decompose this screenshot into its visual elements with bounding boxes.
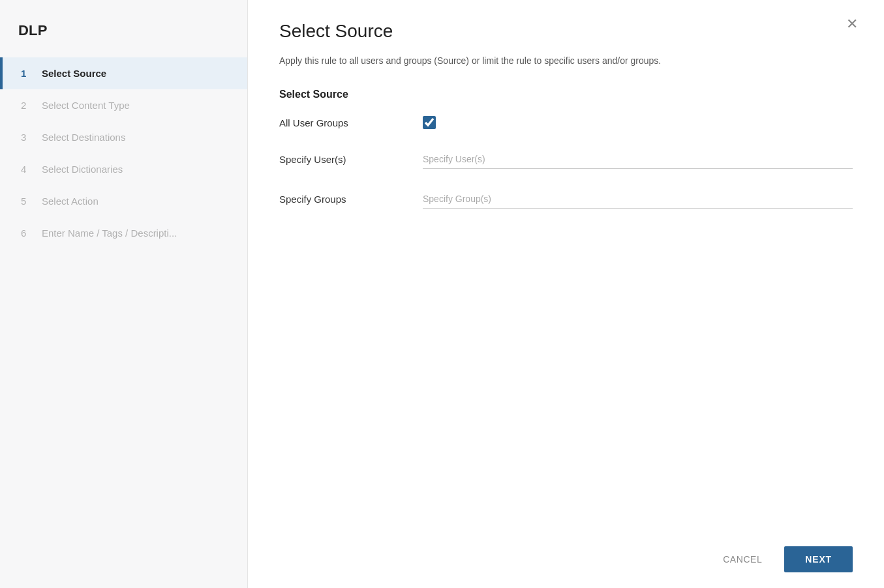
- sidebar-item-1[interactable]: 1 Select Source: [0, 57, 247, 89]
- specify-groups-row: Specify Groups: [279, 190, 853, 209]
- specify-users-input[interactable]: [423, 150, 853, 169]
- sidebar-item-5[interactable]: 5 Select Action: [0, 185, 247, 217]
- page-title: Select Source: [279, 21, 853, 42]
- main-header: Select Source Apply this rule to all use…: [248, 0, 884, 89]
- sidebar-item-2[interactable]: 2 Select Content Type: [0, 89, 247, 121]
- sidebar-item-4-label: Select Dictionaries: [42, 164, 123, 175]
- sidebar-item-1-number: 1: [21, 68, 33, 79]
- specify-users-control: [423, 150, 853, 169]
- specify-groups-input[interactable]: [423, 190, 853, 209]
- sidebar: DLP 1 Select Source 2 Select Content Typ…: [0, 0, 248, 588]
- sidebar-item-6-label: Enter Name / Tags / Descripti...: [42, 228, 177, 239]
- sidebar-item-4[interactable]: 4 Select Dictionaries: [0, 153, 247, 185]
- all-user-groups-label: All User Groups: [279, 117, 423, 128]
- sidebar-item-1-label: Select Source: [42, 68, 106, 79]
- cancel-button[interactable]: CANCEL: [711, 548, 774, 571]
- sidebar-item-4-number: 4: [21, 164, 33, 175]
- close-button[interactable]: ✕: [841, 14, 863, 34]
- sidebar-item-2-number: 2: [21, 100, 33, 111]
- specify-users-row: Specify User(s): [279, 150, 853, 169]
- all-user-groups-row: All User Groups: [279, 116, 853, 129]
- sidebar-item-3-number: 3: [21, 132, 33, 143]
- sidebar-item-3[interactable]: 3 Select Destinations: [0, 121, 247, 153]
- section-title: Select Source: [279, 89, 853, 100]
- modal-footer: CANCEL NEXT: [248, 531, 884, 588]
- page-description: Apply this rule to all users and groups …: [279, 53, 853, 68]
- sidebar-item-5-label: Select Action: [42, 196, 99, 207]
- all-user-groups-checkbox[interactable]: [423, 116, 436, 129]
- sidebar-item-2-label: Select Content Type: [42, 100, 130, 111]
- all-user-groups-control: [423, 116, 853, 129]
- sidebar-item-3-label: Select Destinations: [42, 132, 125, 143]
- specify-users-label: Specify User(s): [279, 154, 423, 165]
- specify-groups-label: Specify Groups: [279, 194, 423, 205]
- app-title: DLP: [0, 16, 247, 57]
- main-content: ✕ Select Source Apply this rule to all u…: [248, 0, 884, 588]
- modal: DLP 1 Select Source 2 Select Content Typ…: [0, 0, 884, 588]
- next-button[interactable]: NEXT: [784, 546, 853, 572]
- sidebar-item-6[interactable]: 6 Enter Name / Tags / Descripti...: [0, 217, 247, 249]
- sidebar-item-6-number: 6: [21, 228, 33, 239]
- specify-groups-control: [423, 190, 853, 209]
- sidebar-item-5-number: 5: [21, 196, 33, 207]
- form-section: Select Source All User Groups Specify Us…: [248, 89, 884, 531]
